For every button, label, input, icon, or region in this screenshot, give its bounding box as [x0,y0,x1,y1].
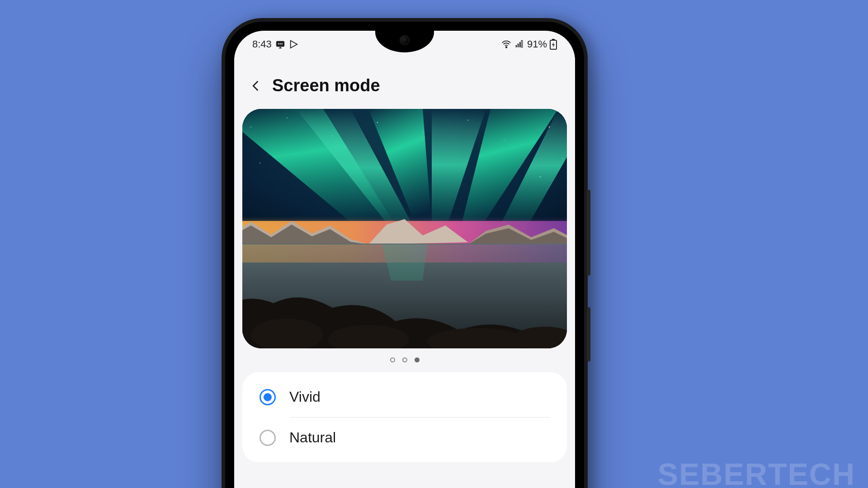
phone-frame: 8:43 91% [222,18,588,488]
svg-rect-7 [519,42,521,47]
header-row: Screen mode [234,58,575,109]
power-button[interactable] [587,307,590,361]
battery-percent: 91% [527,38,547,50]
watermark-text: SEBERTECH [658,456,855,488]
carousel-dot[interactable] [415,357,420,362]
front-camera [400,35,410,45]
svg-rect-8 [521,41,523,47]
svg-point-21 [259,163,260,164]
screen-content: Screen mode [234,58,575,488]
radio-icon[interactable] [259,430,276,446]
back-icon[interactable] [250,80,262,92]
screen-mode-options: VividNatural [242,372,567,462]
messages-icon [275,39,285,49]
svg-point-3 [281,43,283,45]
carousel-indicator[interactable] [234,348,575,372]
play-store-icon [289,39,299,49]
svg-rect-6 [518,43,519,47]
option-label: Natural [289,429,336,446]
screen-mode-preview[interactable] [242,109,567,348]
carousel-dot[interactable] [402,357,407,362]
preview-illustration [242,109,567,348]
wifi-icon [501,39,512,49]
stage: SEBERTECH 8:43 [0,0,868,488]
svg-point-1 [278,43,279,45]
phone-screen: 8:43 91% [234,31,575,488]
option-label: Vivid [289,389,321,405]
svg-point-2 [280,43,281,45]
status-left: 8:43 [252,38,299,50]
battery-charging-icon [550,39,557,50]
screen-mode-option[interactable]: Vivid [242,377,567,417]
carousel-dot[interactable] [390,357,395,362]
svg-point-4 [506,47,507,48]
svg-rect-10 [552,39,555,40]
status-right: 91% [501,38,557,50]
volume-button[interactable] [587,190,590,276]
screen-mode-option[interactable]: Natural [242,418,567,458]
radio-icon[interactable] [259,389,276,405]
svg-rect-5 [516,45,517,47]
signal-icon [514,40,524,49]
status-time: 8:43 [252,38,272,50]
page-title: Screen mode [272,76,380,95]
